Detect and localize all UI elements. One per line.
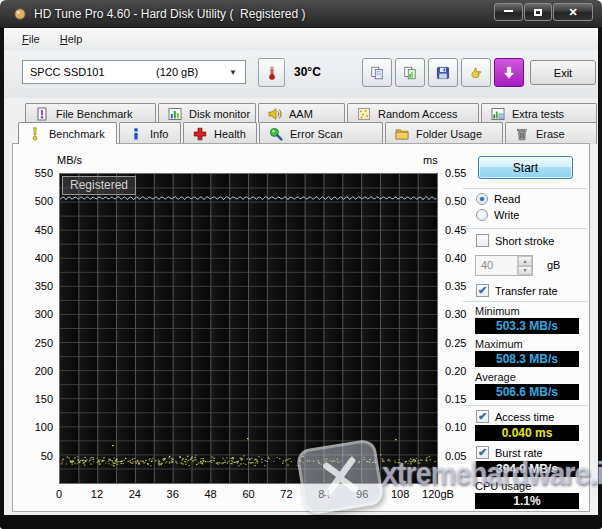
minimum-value: 503.3 MB/s	[475, 318, 579, 334]
tab-erase[interactable]: Erase	[505, 122, 597, 144]
tab-label: Health	[214, 128, 246, 140]
close-button[interactable]: ✕	[553, 3, 593, 21]
toolbar: SPCC SSD101 (120 gB) ▼ 30°C Exit	[4, 50, 598, 98]
tab-benchmark[interactable]: Benchmark	[18, 122, 117, 144]
aam-icon	[268, 107, 282, 121]
checkbox-unchecked-icon	[476, 234, 489, 247]
checkbox-checked-icon: ✔	[476, 284, 489, 297]
tab-label: Extra tests	[512, 108, 564, 120]
checkbox-checked-icon: ✔	[476, 410, 489, 423]
maximum-value: 508.3 MB/s	[475, 351, 579, 367]
minimize-icon	[504, 9, 513, 12]
minimize-button[interactable]	[494, 3, 523, 21]
copy-icon	[370, 66, 384, 80]
health-icon	[193, 127, 207, 141]
download-button[interactable]	[494, 58, 524, 87]
hand-icon	[469, 66, 483, 80]
extra-tests-icon	[491, 107, 505, 121]
read-radio[interactable]: Read	[476, 193, 520, 205]
tab-aam[interactable]: AAM	[258, 103, 345, 123]
tab-health[interactable]: Health	[183, 122, 257, 144]
tab-folder-usage[interactable]: Folder Usage	[385, 122, 503, 144]
spin-down-icon[interactable]: ▼	[518, 266, 532, 276]
tab-random-access[interactable]: Random Access	[347, 103, 479, 123]
cpu-usage-value: 1.1%	[475, 493, 579, 509]
left-axis-title: MB/s	[57, 154, 82, 166]
short-stroke-size-value: 40	[476, 256, 517, 275]
maximize-button[interactable]	[524, 3, 552, 21]
tab-error-scan[interactable]: Error Scan	[259, 122, 383, 144]
window-title: HD Tune Pro 4.60 - Hard Disk Utility ( R…	[34, 7, 305, 21]
start-button[interactable]: Start	[478, 156, 573, 179]
random-access-icon	[357, 107, 371, 121]
access-time-value: 0.040 ms	[475, 425, 579, 441]
exit-label: Exit	[554, 67, 572, 79]
radio-icon	[476, 209, 488, 221]
thermometer-icon	[265, 66, 279, 80]
tab-row-secondary: File BenchmarkDisk monitorAAMRandom Acce…	[25, 103, 597, 123]
start-label: Start	[513, 161, 538, 175]
tab-file-benchmark[interactable]: File Benchmark	[25, 103, 156, 123]
tab-label: AAM	[289, 108, 313, 120]
close-icon: ✕	[568, 6, 577, 19]
drive-capacity: (120 gB)	[156, 66, 229, 78]
tab-label: Random Access	[378, 108, 457, 120]
average-label: Average	[475, 371, 516, 383]
short-stroke-label: Short stroke	[495, 235, 554, 247]
copy-image-icon	[403, 66, 417, 80]
tab-label: Disk monitor	[189, 108, 250, 120]
burst-rate-label: Burst rate	[495, 447, 543, 459]
right-axis-title: ms	[423, 154, 438, 166]
benchmark-icon	[28, 127, 42, 141]
access-time-label: Access time	[495, 411, 554, 423]
cpu-usage-label: CPU usage	[475, 480, 531, 492]
tab-row-primary: BenchmarkInfoHealthError ScanFolder Usag…	[18, 122, 597, 144]
temperature-button[interactable]	[258, 58, 285, 87]
tab-info[interactable]: Info	[119, 122, 181, 144]
tab-extra-tests[interactable]: Extra tests	[481, 103, 597, 123]
menu-file[interactable]: File	[22, 33, 40, 45]
drive-name: SPCC SSD101	[30, 66, 156, 78]
checkbox-checked-icon: ✔	[476, 446, 489, 459]
burst-rate-checkbox[interactable]: ✔ Burst rate	[476, 446, 543, 459]
registered-overlay: Registered	[62, 176, 136, 195]
file-benchmark-icon	[35, 107, 49, 121]
hd-tune-window: HD Tune Pro 4.60 - Hard Disk Utility ( R…	[0, 0, 602, 529]
options-button[interactable]	[461, 58, 491, 87]
copy-image-button[interactable]	[395, 58, 425, 87]
access-time-checkbox[interactable]: ✔ Access time	[476, 410, 554, 423]
info-icon	[129, 127, 143, 141]
copy-text-button[interactable]	[362, 58, 392, 87]
maximize-icon	[534, 9, 542, 16]
transfer-rate-label: Transfer rate	[495, 285, 558, 297]
write-radio[interactable]: Write	[476, 209, 519, 221]
short-stroke-unit: gB	[547, 259, 560, 271]
average-value: 506.6 MB/s	[475, 384, 579, 400]
erase-icon	[515, 127, 529, 141]
short-stroke-size-input[interactable]: 40 ▲ ▼	[475, 255, 533, 276]
write-label: Write	[494, 209, 519, 221]
client-area: FileHelp SPCC SSD101 (120 gB) ▼ 30°C Exi…	[4, 28, 598, 515]
benchmark-tab-page: MB/s ms 55050045040035030025020015010050…	[12, 143, 590, 512]
chevron-down-icon: ▼	[229, 68, 245, 77]
disk-monitor-icon	[168, 107, 182, 121]
temperature-value: 30°C	[294, 65, 321, 79]
transfer-rate-checkbox[interactable]: ✔ Transfer rate	[476, 284, 558, 297]
error-scan-icon	[269, 127, 283, 141]
radio-selected-icon	[476, 193, 488, 205]
exit-button[interactable]: Exit	[530, 60, 596, 85]
tab-label: File Benchmark	[56, 108, 132, 120]
folder-usage-icon	[395, 127, 409, 141]
burst-rate-value: 394.0 MB/s	[475, 461, 579, 477]
short-stroke-checkbox[interactable]: Short stroke	[476, 234, 554, 247]
save-icon	[436, 66, 450, 80]
menubar: FileHelp	[4, 28, 598, 50]
drive-select[interactable]: SPCC SSD101 (120 gB) ▼	[22, 60, 246, 84]
tab-label: Info	[150, 128, 168, 140]
tab-disk-monitor[interactable]: Disk monitor	[158, 103, 256, 123]
maximum-label: Maximum	[475, 338, 523, 350]
titlebar[interactable]: HD Tune Pro 4.60 - Hard Disk Utility ( R…	[0, 0, 602, 28]
spin-up-icon[interactable]: ▲	[518, 256, 532, 266]
menu-help[interactable]: Help	[60, 33, 83, 45]
save-button[interactable]	[428, 58, 458, 87]
